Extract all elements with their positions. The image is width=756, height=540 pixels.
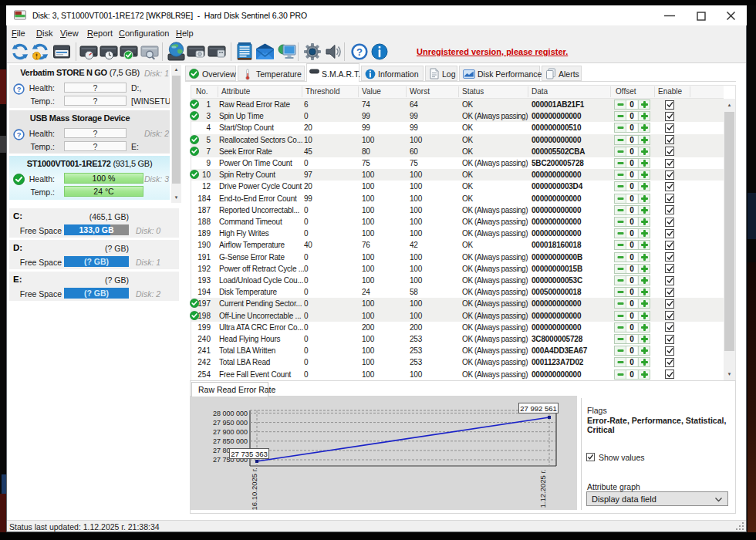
- svg-text:?: ?: [356, 46, 363, 58]
